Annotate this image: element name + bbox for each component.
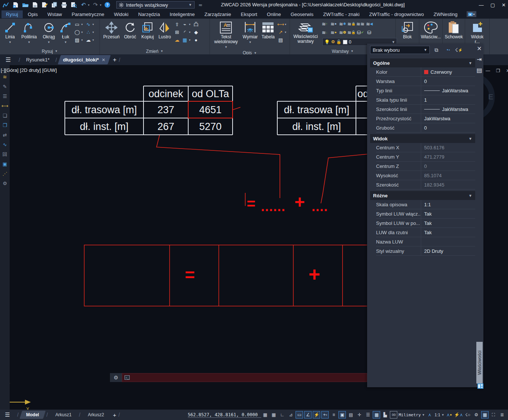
table-cell[interactable]: dł. trasowa [m] xyxy=(277,102,356,118)
chevron-down-icon[interactable]: ▾ xyxy=(81,31,84,34)
ribbon-tab-zwnesting[interactable]: ZWNesting xyxy=(429,10,462,18)
break-icon[interactable]: ● xyxy=(192,36,200,44)
layout-tab-arkusz1[interactable]: Arkusz1 xyxy=(50,411,76,419)
properties-section-header[interactable]: Ogólne▼ xyxy=(370,58,475,67)
polar-icon[interactable]: ⊿ xyxy=(287,411,294,419)
layer-prev-icon[interactable]: ≋◀ xyxy=(366,20,373,28)
bulb-icon[interactable]: 💡 xyxy=(324,39,330,45)
table-cell[interactable]: dł. inst. [m] xyxy=(65,119,143,135)
box-in-box-icon[interactable]: 回 xyxy=(1,151,9,158)
ribbon-tab-opis[interactable]: Opis xyxy=(23,10,42,18)
panel-pin-icon[interactable]: ⇥ xyxy=(477,56,482,63)
close-button[interactable]: ✕ xyxy=(502,2,506,8)
help-button[interactable]: ? xyxy=(104,1,111,8)
property-row[interactable]: Centrum Y471.2779 xyxy=(376,152,475,162)
erase-icon[interactable]: ◆ xyxy=(192,28,200,36)
group-caption-zmien[interactable]: Zmień▼ xyxy=(100,48,209,54)
table-header-cell[interactable]: od OLTa xyxy=(188,87,233,101)
selection-cycling-icon[interactable]: ☇○ xyxy=(464,411,471,419)
dyn-input-icon[interactable]: +▫ xyxy=(321,411,329,419)
dimension-tool-icon[interactable]: ⟷ xyxy=(1,102,9,109)
print-button[interactable] xyxy=(60,1,68,8)
point-icon[interactable]: ∴ xyxy=(85,28,92,36)
property-row[interactable]: Nazwa LUW xyxy=(376,237,475,246)
rectangle-icon[interactable]: ▭ xyxy=(73,20,81,28)
viewport-label[interactable]: [-][Góra] [2D druty] [GUW] xyxy=(1,67,57,73)
layer-bulb2-icon[interactable]: ≋● xyxy=(330,29,337,36)
property-row[interactable]: Styl wizualny2D Druty xyxy=(376,246,475,256)
chevron-down-icon[interactable]: ▾ xyxy=(189,23,192,26)
doc-close-button[interactable]: ✕ xyxy=(506,68,508,73)
doc-minimize-button[interactable]: — xyxy=(486,68,490,73)
new-layout-button[interactable]: + xyxy=(113,412,116,418)
select-objects-icon[interactable]: ◔▪ xyxy=(443,46,452,54)
property-row[interactable]: Warstwa0 xyxy=(376,77,475,86)
command-line[interactable]: ⚙ >_ xyxy=(110,373,367,382)
property-row[interactable]: Centrum Z0 xyxy=(376,162,475,171)
quick-select-icon[interactable]: ☇⚡ xyxy=(454,46,463,54)
ribbon-tab-online[interactable]: Online xyxy=(262,10,285,18)
undo-dropdown-icon[interactable]: ▾ xyxy=(88,3,89,7)
chevron-down-icon[interactable]: ▾ xyxy=(92,23,95,26)
table-cell[interactable]: dł. trasowa [m] xyxy=(65,102,143,118)
block-equals[interactable]: = xyxy=(185,266,195,283)
mtext-button[interactable]: A Tekst wieloliniowy ▼ xyxy=(212,20,240,50)
ribbon-tab-narz-dzia[interactable]: Narzędzia xyxy=(134,10,165,18)
status-overflow-icon[interactable]: ≣ xyxy=(498,411,506,419)
spline-icon[interactable]: ∿ xyxy=(85,20,92,28)
copy-button[interactable] xyxy=(51,1,58,8)
move-button[interactable]: Przesuń xyxy=(102,20,121,40)
pgp-edit-icon[interactable]: ▣ xyxy=(1,160,9,168)
chevron-down-icon[interactable]: ▾ xyxy=(92,38,95,42)
sun-icon[interactable]: ❂ xyxy=(331,39,335,44)
fullscreen-icon[interactable]: ⛶ xyxy=(490,411,497,419)
ribbon-tab-rysuj[interactable]: Rysuj xyxy=(1,10,23,18)
grid-icon[interactable]: ▦ xyxy=(261,411,269,419)
save-as-button[interactable] xyxy=(41,1,48,8)
properties-section-header[interactable]: Różne▼ xyxy=(370,191,475,200)
ribbon-collapse-button[interactable]: ▲▾ xyxy=(467,11,476,17)
property-row[interactable]: Szerokość182.9345 xyxy=(376,180,475,190)
settings-tool-icon[interactable]: ⚙ xyxy=(1,180,9,187)
property-row[interactable]: Wysokość85.1074 xyxy=(376,171,475,180)
cycling-icon[interactable]: ✛ xyxy=(356,411,363,419)
minimize-button[interactable]: — xyxy=(479,2,484,8)
toggle-pickadd-icon[interactable]: ⧉ xyxy=(432,46,441,54)
layer-off-icon[interactable]: ≋↓ xyxy=(321,29,328,36)
new-tab-button[interactable]: + xyxy=(113,56,117,64)
arc-button[interactable]: Łuk ▼ xyxy=(59,20,73,45)
layer-color-swatch[interactable] xyxy=(343,40,347,44)
select-similar-icon[interactable]: ❏ xyxy=(1,112,9,119)
annotation-scale-dropdown[interactable]: ⋏ 1:1 ▼ xyxy=(426,411,444,419)
dyn-ucs-icon[interactable]: ▭ xyxy=(296,411,303,419)
layout-tab-arkusz2[interactable]: Arkusz2 xyxy=(83,411,109,419)
property-row[interactable]: Szerokość liniiJakWarstwa xyxy=(376,105,475,114)
otrack-icon[interactable]: ⚡ xyxy=(313,411,320,419)
properties-section-header[interactable]: Widok▼ xyxy=(370,134,475,143)
property-row[interactable]: PrzeźroczystośćJakWarstwa xyxy=(376,114,475,123)
group-caption-rysuj[interactable]: Rysuj▼ xyxy=(0,48,100,54)
numbered-list-icon[interactable]: ☰ xyxy=(1,93,9,100)
property-row[interactable]: Symbol LUW w po...Tak xyxy=(376,219,475,228)
undo-button[interactable]: ↶ xyxy=(80,1,87,8)
panel-properties-icon[interactable]: ▤ xyxy=(476,67,482,74)
open-file-button[interactable] xyxy=(22,1,29,8)
layer-thaw-icon[interactable]: ≋❂ xyxy=(339,29,346,36)
rotate-button[interactable]: Obróć xyxy=(122,20,138,40)
table-header-cell[interactable]: odcinek xyxy=(143,87,188,101)
legend-equals[interactable]: = xyxy=(247,196,255,211)
offset-icon[interactable]: ⇧ xyxy=(173,20,181,28)
ellipse-icon[interactable]: ◯ xyxy=(73,28,81,36)
snap-icon[interactable]: ▦ xyxy=(270,411,277,419)
layer-quick-icon[interactable]: ≋ xyxy=(1,73,9,80)
quick-props-icon[interactable]: ▤ xyxy=(347,411,354,419)
maximize-button[interactable]: ▢ xyxy=(490,2,495,8)
close-tab-icon[interactable]: ✕ xyxy=(102,57,105,63)
layer-match-icon[interactable]: ≋≋ xyxy=(357,20,364,28)
selection-dropdown[interactable]: Brak wyboru ▼ xyxy=(370,46,430,54)
properties-tab[interactable]: Właściwości xyxy=(476,342,483,384)
osnap-icon[interactable]: ∠ xyxy=(304,411,312,419)
chevron-down-icon[interactable]: ▾ xyxy=(81,23,84,26)
lw-display-icon[interactable]: ☰ xyxy=(364,411,372,419)
property-row[interactable]: LUW dla rzutniTak xyxy=(376,228,475,237)
